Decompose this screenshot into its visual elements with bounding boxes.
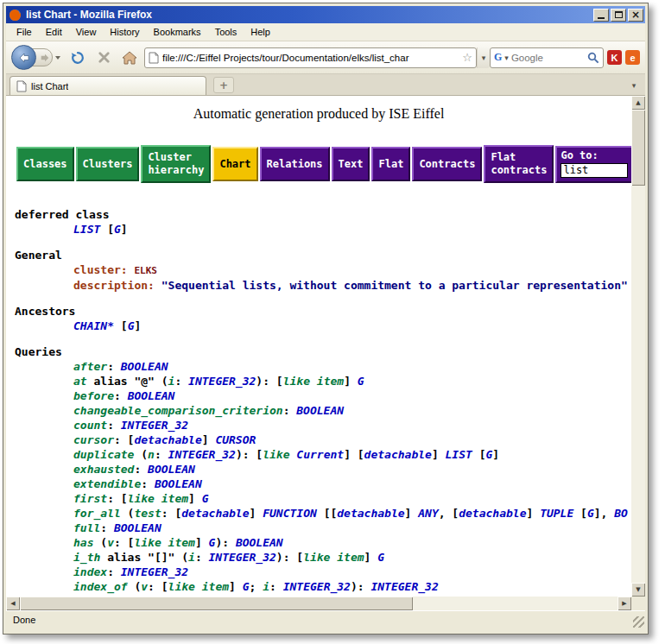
history-nav-cluster bbox=[11, 45, 63, 70]
doc-segment: INTEGER_32 bbox=[121, 419, 188, 432]
doc-header: Queries bbox=[15, 344, 631, 359]
url-dropdown-button[interactable]: ▾ bbox=[477, 47, 490, 68]
doc-segment: detachable bbox=[181, 507, 249, 520]
doc-segment: ] bbox=[188, 492, 202, 505]
search-box[interactable]: G ▾ bbox=[490, 47, 604, 68]
back-button[interactable] bbox=[11, 45, 36, 70]
doc-segment: like item bbox=[168, 580, 229, 593]
tab-list-button[interactable]: ▾ bbox=[626, 77, 642, 93]
doc-segment: [ bbox=[472, 448, 486, 461]
doc-line: first: [like item] G bbox=[73, 491, 631, 506]
search-engine-dropdown[interactable]: ▾ bbox=[504, 54, 509, 62]
doc-segment: cursor bbox=[73, 433, 114, 446]
menu-view[interactable]: View bbox=[69, 24, 104, 40]
status-text: Done bbox=[13, 615, 35, 625]
nav-button-contracts[interactable]: Contracts bbox=[412, 147, 482, 181]
doc-segment: detachable bbox=[364, 448, 432, 461]
vertical-scroll-thumb[interactable] bbox=[631, 110, 645, 186]
page-icon bbox=[149, 52, 159, 64]
address-bar[interactable]: ☆ bbox=[144, 47, 477, 68]
close-icon: × bbox=[631, 10, 640, 19]
bookmark-star-icon[interactable]: ☆ bbox=[462, 51, 472, 64]
reload-button[interactable] bbox=[66, 47, 89, 69]
doc-gap bbox=[15, 293, 631, 304]
doc-segment: [ bbox=[573, 507, 587, 520]
doc-segment: : bbox=[269, 580, 283, 593]
doc-line: index_of (v: [like item] G; i: INTEGER_3… bbox=[73, 579, 631, 594]
window-title: list Chart - Mozilla Firefox bbox=[26, 9, 592, 21]
nav-button-cluster-hierarchy[interactable]: Cluster hierarchy bbox=[141, 145, 211, 183]
nav-button-relations[interactable]: Relations bbox=[260, 147, 330, 181]
vertical-scrollbar[interactable]: ▲ ▼ bbox=[631, 96, 645, 597]
chevron-down-icon bbox=[55, 56, 60, 60]
doc-segment: INTEGER_32 bbox=[121, 565, 188, 578]
menu-file[interactable]: File bbox=[10, 24, 39, 40]
doc-segment: ANY bbox=[418, 507, 438, 520]
home-button[interactable] bbox=[118, 47, 141, 69]
doc-segment: ): [ bbox=[236, 448, 263, 461]
doc-segment: ( bbox=[134, 448, 148, 461]
doc-segment: detachable bbox=[337, 507, 404, 520]
nav-button-flat-contracts[interactable]: Flat contracts bbox=[484, 145, 554, 183]
goto-label: Go to: bbox=[560, 149, 628, 161]
menu-bookmarks[interactable]: Bookmarks bbox=[147, 24, 208, 40]
scroll-right-button[interactable]: ▶ bbox=[618, 597, 631, 610]
search-icon[interactable] bbox=[587, 52, 599, 64]
maximize-button[interactable] bbox=[611, 9, 626, 22]
horizontal-scrollbar[interactable]: ◀ ▶ bbox=[6, 597, 631, 610]
doc-segment: : bbox=[100, 521, 114, 534]
menu-help[interactable]: Help bbox=[244, 24, 277, 40]
history-dropdown-button[interactable] bbox=[53, 48, 63, 66]
doc-segment: : [ bbox=[148, 580, 168, 593]
nav-button-flat[interactable]: Flat bbox=[371, 147, 410, 181]
doc-line: CHAIN* [G] bbox=[73, 319, 631, 333]
doc-segment: FUNCTION bbox=[263, 507, 317, 520]
doc-segment: : bbox=[107, 419, 121, 432]
doc-line: has (v: [like item] G): BOOLEAN bbox=[73, 535, 631, 550]
doc-segment: INTEGER_32 bbox=[168, 448, 236, 461]
horizontal-scroll-thumb[interactable] bbox=[20, 597, 413, 610]
doc-segment: Current bbox=[296, 448, 344, 461]
doc-segment: like item bbox=[134, 536, 194, 549]
doc-header: deferred class bbox=[15, 207, 631, 222]
doc-segment: at bbox=[73, 375, 87, 388]
doc-segment: ): bbox=[351, 580, 370, 593]
url-input[interactable] bbox=[162, 53, 459, 63]
doc-segment: ] bbox=[492, 448, 499, 461]
goto-input[interactable] bbox=[560, 163, 628, 178]
doc-segment: test bbox=[134, 507, 161, 520]
tab-page-icon bbox=[16, 80, 27, 92]
doc-segment: ] bbox=[526, 507, 540, 520]
search-input[interactable] bbox=[511, 53, 585, 63]
menu-edit[interactable]: Edit bbox=[39, 24, 69, 40]
nav-button-clusters[interactable]: Clusters bbox=[76, 147, 140, 181]
doc-segment: like item bbox=[283, 375, 344, 388]
nav-button-chart[interactable]: Chart bbox=[212, 147, 257, 181]
close-button[interactable]: × bbox=[628, 9, 643, 22]
resize-grip[interactable] bbox=[633, 616, 644, 628]
tab-list-chart[interactable]: list Chart bbox=[10, 76, 206, 95]
stop-button[interactable] bbox=[92, 47, 115, 69]
scroll-up-button[interactable]: ▲ bbox=[631, 96, 645, 110]
doc-segment: : bbox=[134, 463, 148, 476]
doc-segment: : bbox=[283, 404, 297, 417]
doc-segment: ] bbox=[364, 551, 378, 564]
doc-segment: before bbox=[73, 389, 114, 402]
new-tab-button[interactable]: + bbox=[213, 77, 234, 93]
minimize-button[interactable] bbox=[593, 9, 609, 22]
menu-history[interactable]: History bbox=[103, 24, 146, 40]
doc-segment: ( bbox=[174, 551, 188, 564]
back-arrow-icon bbox=[18, 52, 30, 64]
doc-segment: : [ bbox=[114, 536, 134, 549]
nav-button-classes[interactable]: Classes bbox=[16, 147, 74, 181]
addon-icon-e[interactable]: e bbox=[625, 50, 640, 65]
browser-content: Automatic generation produced by ISE Eif… bbox=[6, 96, 645, 610]
scroll-left-button[interactable]: ◀ bbox=[6, 597, 20, 610]
menu-tools[interactable]: Tools bbox=[208, 24, 244, 40]
addon-icon-k[interactable]: K bbox=[607, 50, 622, 65]
nav-button-text[interactable]: Text bbox=[332, 147, 370, 181]
stop-icon bbox=[98, 51, 111, 64]
minimize-icon bbox=[598, 17, 605, 19]
doc-segment: alias "[]" bbox=[100, 551, 174, 564]
scroll-down-button[interactable]: ▼ bbox=[631, 583, 645, 597]
